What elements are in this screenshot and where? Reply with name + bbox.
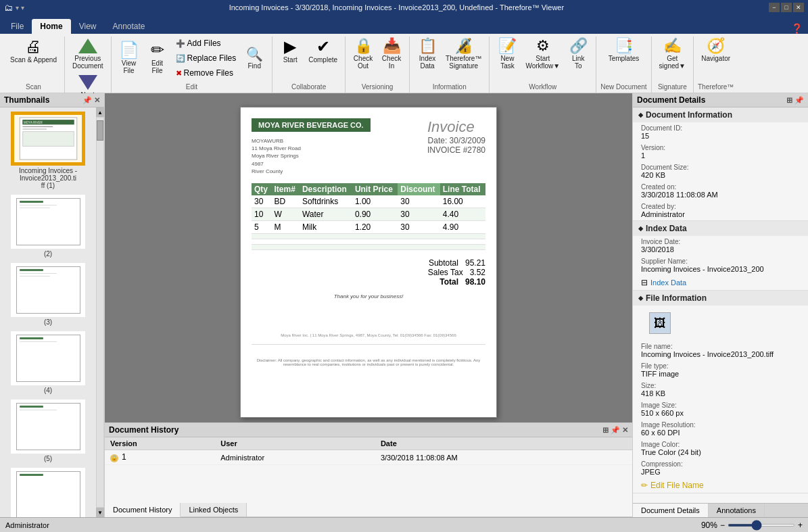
start-workflow-icon: ⚙ <box>536 39 550 53</box>
view-file-button[interactable]: 📄 ViewFile <box>116 40 143 76</box>
col-version: Version <box>105 437 215 450</box>
add-files-button[interactable]: ➕ Add Files <box>172 37 240 50</box>
index-data-button[interactable]: 📋 IndexData <box>414 37 441 72</box>
history-close-button[interactable]: ✕ <box>622 426 628 435</box>
thumb-doc-6 <box>16 471 80 517</box>
supplier-name-row: Supplier Name: Incoming Invoices - Invoi… <box>633 256 808 275</box>
remove-files-icon: ✖ <box>176 69 182 78</box>
doc-info-title: Document Information <box>646 110 732 120</box>
col-item: Item# <box>272 183 300 195</box>
link-to-icon: 🔗 <box>569 39 588 53</box>
index-data-header[interactable]: ◆ Index Data <box>633 221 808 236</box>
maximize-button[interactable]: □ <box>781 3 792 12</box>
document-history-panel: Document History ⊞ 📌 ✕ Version User Date <box>105 422 632 517</box>
ribbon-group-information: 📋 IndexData 🔏 Therefore™Signature Inform… <box>410 37 490 93</box>
collaborate-group-label: Collaborate <box>291 83 326 93</box>
subtotal-row: Subtotal 95.21 <box>252 258 485 268</box>
thumbnail-6[interactable] <box>4 468 92 517</box>
complete-label: Complete <box>308 56 337 64</box>
thumbnail-1[interactable]: MOYA RIVER Incoming Invoices -Invoice201… <box>4 112 92 189</box>
thumb-doc-3 <box>16 266 80 314</box>
details-tab-annotations[interactable]: Annotations <box>709 504 765 517</box>
history-thead: Version User Date <box>105 437 632 450</box>
doc-creator-label: Created by: <box>641 203 800 210</box>
doc-info-header[interactable]: ◆ Document Information <box>633 107 808 122</box>
remove-files-button[interactable]: ✖ Remove Files <box>172 66 240 80</box>
thumbnails-close-button[interactable]: ✕ <box>94 96 100 105</box>
thumbnails-scrollbar[interactable]: ▲ ▼ <box>96 107 104 517</box>
new-task-button[interactable]: 📝 NewTask <box>494 37 521 72</box>
doc-id-row: Document ID: 15 <box>633 122 808 142</box>
tab-annotate[interactable]: Annotate <box>104 19 153 34</box>
ribbon-group-goto: PreviousDocument NextDocument Go To <box>65 37 112 93</box>
start-icon: ▶ <box>284 39 296 55</box>
therefore-signature-button[interactable]: 🔏 Therefore™Signature <box>442 37 485 72</box>
invoice-address: MOYAWURB11 Moya River RoadMoya River Spr… <box>252 137 371 175</box>
scroll-down-arrow[interactable]: ▼ <box>96 508 104 517</box>
thumb-label-3: (3) <box>44 318 52 326</box>
edit-file-icon: ✏ <box>151 42 164 58</box>
row3-qty: 5 <box>252 220 272 233</box>
doc-created-value: 3/30/2018 11:08:08 AM <box>641 191 800 199</box>
thumbnails-pin-button[interactable]: 📌 <box>82 96 92 105</box>
history-float-button[interactable]: ⊞ <box>602 426 609 435</box>
signature-buttons: ✍ Getsigned▼ <box>656 37 689 83</box>
link-to-button[interactable]: 🔗 LinkTo <box>565 37 592 72</box>
find-button[interactable]: 🔍 Find <box>241 45 268 72</box>
templates-button[interactable]: 📑 Templates <box>605 37 643 64</box>
tab-file[interactable]: File <box>3 19 32 34</box>
get-signed-button[interactable]: ✍ Getsigned▼ <box>656 37 689 72</box>
navigator-button[interactable]: 🧭 Navigator <box>698 37 734 64</box>
invoice-right: Invoice Date: 30/3/2009 INVOICE #2780 <box>427 118 485 155</box>
zoom-plus-button[interactable]: + <box>798 521 803 530</box>
check-in-button[interactable]: 📥 CheckIn <box>378 37 405 72</box>
information-buttons: 📋 IndexData 🔏 Therefore™Signature <box>414 37 485 83</box>
tab-view[interactable]: View <box>71 19 105 34</box>
thumb-label-1: Incoming Invoices -Invoice2013_200.tiff … <box>19 167 77 189</box>
thumbnail-4[interactable]: (4) <box>4 331 92 394</box>
tab-home[interactable]: Home <box>32 19 70 34</box>
thumb-image-2 <box>11 195 85 249</box>
invoice-footer: Moya River Inc. | 11 Moya River Springs,… <box>252 333 485 337</box>
invoice-num-line: INVOICE #2780 <box>427 145 485 155</box>
minimize-button[interactable]: − <box>769 3 780 12</box>
zoom-minus-button[interactable]: − <box>720 521 725 530</box>
details-tab-document-details[interactable]: Document Details <box>633 504 709 517</box>
thumbnail-5[interactable]: (5) <box>4 400 92 462</box>
history-table-container: Version User Date 🔒 1 Administrator <box>105 437 632 503</box>
row3-price: 1.20 <box>352 220 398 233</box>
help-icon[interactable]: ❓ <box>786 23 808 34</box>
new-task-icon: 📝 <box>498 39 517 53</box>
scroll-thumb[interactable] <box>97 120 103 141</box>
thumb-line-4b <box>20 341 57 342</box>
scan-append-button[interactable]: 🖨 Scan & Append <box>7 37 60 66</box>
file-info-header[interactable]: ◆ File Information <box>633 291 808 306</box>
supplier-name-value: Incoming Invoices - Invoice2013_200 <box>641 265 800 273</box>
previous-document-button[interactable]: PreviousDocument <box>69 37 107 72</box>
history-pin-button[interactable]: 📌 <box>611 426 620 435</box>
col-date: Date <box>375 437 632 450</box>
start-button[interactable]: ▶ Start <box>277 37 304 66</box>
app-icon: 🗂 <box>4 3 13 13</box>
edit-file-button[interactable]: ✏ EditFile <box>144 40 171 76</box>
history-user: Administrator <box>215 450 375 465</box>
remove-files-label: Remove Files <box>184 68 233 78</box>
close-button[interactable]: ✕ <box>793 3 804 12</box>
tab-document-history[interactable]: Document History <box>105 503 181 517</box>
get-signed-label: Getsigned▼ <box>659 55 686 70</box>
complete-button[interactable]: ✔ Complete <box>305 37 341 66</box>
scroll-up-arrow[interactable]: ▲ <box>96 107 104 117</box>
details-float-button[interactable]: ⊞ <box>786 96 792 105</box>
invoice-disclaimer: Disclaimer: All company, geographic and … <box>252 358 485 366</box>
zoom-slider[interactable] <box>728 524 795 527</box>
edit-file-name-link[interactable]: ✏ Edit File Name <box>633 478 808 493</box>
replace-files-button[interactable]: 🔄 Replace Files <box>172 51 240 65</box>
details-pin-button[interactable]: 📌 <box>794 96 804 105</box>
index-data-link[interactable]: Index Data <box>650 279 686 287</box>
tab-linked-objects[interactable]: Linked Objects <box>181 503 247 516</box>
index-data-section: ◆ Index Data Invoice Date: 3/30/2018 Sup… <box>633 221 808 291</box>
thumbnail-2[interactable]: (2) <box>4 195 92 258</box>
start-workflow-button[interactable]: ⚙ StartWorkflow▼ <box>522 37 563 72</box>
thumbnail-3[interactable]: (3) <box>4 263 92 326</box>
check-out-button[interactable]: 🔒 CheckOut <box>350 37 377 72</box>
